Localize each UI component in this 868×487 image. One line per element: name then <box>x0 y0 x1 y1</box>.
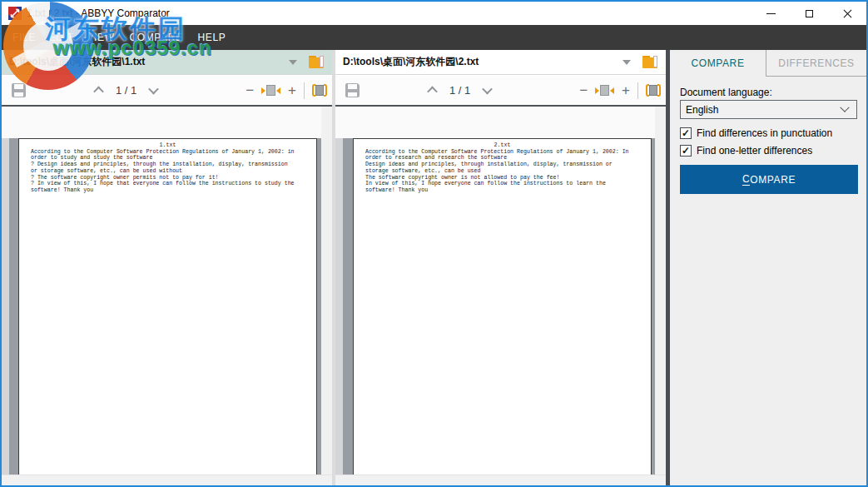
doc-line: order to research and research the softw… <box>354 155 651 162</box>
chevron-down-icon[interactable] <box>289 60 297 65</box>
menu-compare[interactable]: COMPARE <box>122 25 191 50</box>
right-doc-top-margin <box>335 107 655 138</box>
left-doc-top-margin <box>2 107 321 138</box>
fit-width-icon[interactable] <box>595 85 614 96</box>
left-toolbar: 1 / 1 − + <box>2 76 332 105</box>
save-icon[interactable] <box>12 83 26 97</box>
app-icon <box>8 7 22 20</box>
previous-page-icon[interactable] <box>93 87 104 97</box>
toolbar-separator <box>637 82 638 99</box>
doc-line: The software copyright owner is not allo… <box>354 175 651 181</box>
left-page-indicator: 1 / 1 <box>111 84 141 97</box>
tab-compare[interactable]: COMPARE <box>670 50 766 77</box>
tab-differences[interactable]: DIFFERENCES <box>766 50 866 77</box>
doc-line: software! Thank you <box>354 187 651 194</box>
doc-line: ? In view of this, I hope that everyone … <box>19 181 316 187</box>
compare-button[interactable]: COMPARE <box>680 165 858 194</box>
punctuation-checkbox-label: Find differences in punctuation <box>697 127 832 139</box>
menu-file[interactable]: FILE <box>6 25 42 50</box>
language-select[interactable]: English <box>680 100 857 119</box>
doc-line: order to study and study the software <box>19 155 316 162</box>
right-doc-title: 2.txt <box>354 142 651 149</box>
minimize-button[interactable] <box>751 2 790 25</box>
menu-edit[interactable]: EDIT <box>42 25 81 50</box>
previous-page-icon[interactable] <box>427 87 438 97</box>
one-letter-checkbox-label: Find one-letter differences <box>697 145 812 157</box>
next-page-icon[interactable] <box>148 84 159 95</box>
right-document-page[interactable]: 2.txt According to the Computer Software… <box>353 138 652 475</box>
doc-line: ? The software copyright owner permits n… <box>19 175 316 181</box>
doc-line: ? Design ideas and principles, through t… <box>19 162 316 168</box>
open-file-icon[interactable] <box>309 56 325 69</box>
doc-line: In view of this, I hope everyone can fol… <box>354 181 651 187</box>
menu-help[interactable]: HELP <box>191 25 233 50</box>
left-file-path: D:\tools\桌面\河东软件园\1.txt <box>9 55 289 69</box>
doc-line: Design ideas and principles, through ins… <box>354 162 651 168</box>
right-page-indicator: 1 / 1 <box>444 84 475 97</box>
compare-button-label-rest: OMPARE <box>750 174 796 186</box>
compare-sidebar: COMPARE DIFFERENCES Document language: E… <box>670 50 866 485</box>
left-file-path-bar[interactable]: D:\tools\桌面\河东软件园\1.txt <box>2 50 332 75</box>
window-title: 1.txt / 2.txt - ABBYY Comparator <box>27 7 170 19</box>
doc-line: According to the Computer Software Prote… <box>354 149 651 156</box>
left-doc-title: 1.txt <box>19 142 316 149</box>
checkbox-checked-icon[interactable]: ✓ <box>680 145 692 157</box>
left-document-area: 1.txt According to the Computer Software… <box>2 105 332 485</box>
maximize-icon <box>806 10 813 17</box>
minimize-icon <box>766 13 776 14</box>
punctuation-checkbox-row[interactable]: ✓ Find differences in punctuation <box>680 127 832 139</box>
fit-width-icon[interactable] <box>261 85 280 96</box>
checkbox-checked-icon[interactable]: ✓ <box>680 127 692 139</box>
left-document-pane: D:\tools\桌面\河东软件园\1.txt 1 / 1 − + 1.txt … <box>2 50 332 485</box>
right-file-path: D:\tools\桌面\河东软件园\2.txt <box>343 55 622 69</box>
open-file-icon[interactable] <box>642 56 659 69</box>
toolbar-separator <box>304 82 305 99</box>
chevron-down-icon <box>840 102 849 112</box>
doc-line: According to the Computer Software Prote… <box>19 149 316 156</box>
menu-bar: FILE EDIT VIEW COMPARE HELP <box>2 25 866 50</box>
right-horizontal-scrollbar[interactable] <box>335 475 666 485</box>
compare-button-mnemonic: C <box>742 173 750 186</box>
save-icon[interactable] <box>345 83 360 97</box>
right-document-area: 2.txt According to the Computer Software… <box>335 105 666 485</box>
zoom-out-icon[interactable]: − <box>246 83 254 97</box>
chevron-down-icon[interactable] <box>622 60 631 65</box>
doc-line: or storage software, etc., can be used w… <box>19 168 316 175</box>
next-page-icon[interactable] <box>482 84 493 95</box>
one-letter-checkbox-row[interactable]: ✓ Find one-letter differences <box>680 145 812 157</box>
left-doc-margin <box>2 107 9 475</box>
language-selected-value: English <box>686 104 841 116</box>
doc-line: software! Thank you <box>19 187 316 194</box>
maximize-button[interactable] <box>790 2 828 25</box>
left-document-page[interactable]: 1.txt According to the Computer Software… <box>18 138 317 475</box>
title-bar[interactable]: 1.txt / 2.txt - ABBYY Comparator <box>2 2 866 25</box>
zoom-in-icon[interactable]: + <box>288 83 296 97</box>
right-toolbar: 1 / 1 − + <box>335 76 666 105</box>
doc-line: storage software, etc., can be used <box>354 168 651 175</box>
close-button[interactable] <box>828 2 866 25</box>
left-vertical-scrollbar[interactable] <box>321 107 332 475</box>
zoom-in-icon[interactable]: + <box>622 83 630 97</box>
right-file-path-bar[interactable]: D:\tools\桌面\河东软件园\2.txt <box>335 50 666 75</box>
fit-page-icon[interactable] <box>646 84 661 97</box>
left-horizontal-scrollbar[interactable] <box>2 475 332 485</box>
right-doc-margin <box>335 107 343 475</box>
document-language-label: Document language: <box>680 87 772 98</box>
close-icon <box>843 9 852 18</box>
right-document-pane: D:\tools\桌面\河东软件园\2.txt 1 / 1 − + 2.txt … <box>335 50 666 485</box>
fit-page-icon[interactable] <box>312 84 327 97</box>
zoom-out-icon[interactable]: − <box>579 83 588 97</box>
sidebar-tabs: COMPARE DIFFERENCES <box>670 50 866 77</box>
right-vertical-scrollbar[interactable] <box>655 107 666 475</box>
menu-view[interactable]: VIEW <box>80 25 121 50</box>
